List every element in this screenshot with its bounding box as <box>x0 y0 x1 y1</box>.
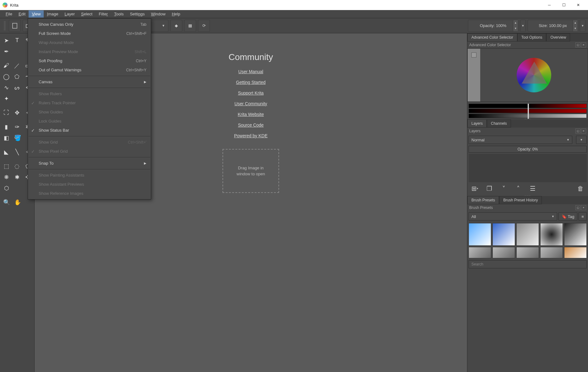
layer-opacity-slider[interactable]: Opacity: 0% <box>469 146 587 153</box>
tool-smart-fill[interactable]: ◧ <box>1 133 12 143</box>
brush-preset-item[interactable] <box>516 223 539 246</box>
reload-preset-button[interactable]: ⟳ <box>198 20 210 32</box>
size-more-button[interactable]: ▼ <box>580 20 585 32</box>
add-layer-button[interactable]: ⊞▾ <box>470 184 479 193</box>
menu-file[interactable]: File <box>3 10 15 18</box>
tool-gradient-fill[interactable]: ▮ <box>1 122 11 132</box>
tab-tool-options[interactable]: Tool Options <box>517 33 547 41</box>
tool-brush[interactable]: 🖌 <box>1 60 11 71</box>
tool-select-rect[interactable]: ⬚ <box>1 161 11 171</box>
spin-up-icon[interactable]: ▲ <box>513 20 518 26</box>
color-slider-3[interactable] <box>469 114 587 118</box>
layer-properties-button[interactable]: ☰ <box>528 184 537 193</box>
brush-preset-item[interactable] <box>540 247 563 258</box>
link-source-code[interactable]: Source Code <box>223 123 279 128</box>
view-menu-item[interactable]: ✓Show Status Bar <box>28 126 151 135</box>
brush-view-mode-button[interactable]: ≡ <box>579 212 587 221</box>
tool-line[interactable]: ／ <box>12 60 22 71</box>
link-user-community[interactable]: User Community <box>223 101 279 106</box>
color-settings-icon[interactable] <box>471 52 476 57</box>
brush-preset-item[interactable] <box>469 247 491 258</box>
tool-zoom[interactable]: 🔍 <box>1 197 12 207</box>
menu-image[interactable]: Image <box>44 10 61 18</box>
panel-close-button[interactable]: ✕ <box>581 205 586 210</box>
tool-pointer[interactable]: ➤ <box>1 35 11 46</box>
brush-preset-item[interactable] <box>492 247 515 258</box>
tool-select-bezier[interactable]: ⬡ <box>1 183 12 193</box>
spin-down-icon[interactable]: ▼ <box>513 26 518 31</box>
eraser-mode-button[interactable]: ◆ <box>170 20 182 32</box>
opacity-more-button[interactable]: ▼ <box>520 20 526 32</box>
tool-bezier[interactable]: ∿ <box>1 82 11 93</box>
brush-preset-item[interactable] <box>469 223 491 246</box>
tool-select-free[interactable]: ❋ <box>1 172 11 182</box>
color-slider-1[interactable] <box>469 104 587 108</box>
tool-polygon[interactable]: ⬠ <box>12 71 22 82</box>
window-maximize-button[interactable]: ☐ <box>557 0 571 10</box>
menu-window[interactable]: Window <box>148 10 168 18</box>
tool-move[interactable]: ✥ <box>12 107 22 118</box>
layer-down-button[interactable]: ˅ <box>499 184 508 193</box>
menu-layer[interactable]: Layer <box>61 10 78 18</box>
window-minimize-button[interactable]: ─ <box>542 0 557 10</box>
view-menu-item[interactable]: Show Canvas OnlyTab <box>28 20 151 29</box>
color-slider-2[interactable] <box>469 109 587 113</box>
brush-search-input[interactable]: Search <box>469 260 587 268</box>
panel-float-button[interactable]: ◱ <box>575 42 580 47</box>
link-user-manual[interactable]: User Manual <box>223 69 279 74</box>
menu-filter[interactable]: Filter <box>96 10 111 18</box>
color-wheel[interactable] <box>480 49 588 101</box>
tool-transform[interactable]: ⛶ <box>1 107 11 118</box>
menu-view[interactable]: View <box>29 10 44 18</box>
brush-preset-item[interactable] <box>516 247 539 258</box>
panel-float-button[interactable]: ◱ <box>575 129 580 134</box>
link-krita-website[interactable]: Krita Website <box>223 112 279 117</box>
tool-multibrush[interactable]: ✦ <box>1 93 12 104</box>
view-menu-item[interactable]: Full Screen ModeCtrl+Shift+F <box>28 29 151 38</box>
spin-down-icon[interactable]: ▼ <box>573 26 578 31</box>
link-powered-by-kde[interactable]: Powered by KDE <box>223 133 279 138</box>
brush-size-spinbox[interactable]: Size: 100.00 px▲▼ <box>528 20 578 32</box>
tab-overview[interactable]: Overview <box>546 33 570 41</box>
brush-preset-item[interactable] <box>564 247 587 258</box>
advanced-color-selector[interactable] <box>467 48 588 102</box>
layer-blend-combo[interactable]: Normal▼ <box>469 136 572 144</box>
tool-freehand-path[interactable]: ᔕ <box>12 82 22 93</box>
layer-list[interactable] <box>469 154 587 182</box>
tool-color-picker[interactable]: ✑ <box>12 122 22 132</box>
tool-text[interactable]: T <box>12 35 22 46</box>
window-close-button[interactable]: ✕ <box>571 0 585 10</box>
tab-advanced-color-selector[interactable]: Advanced Color Selector <box>467 33 517 41</box>
tool-fill[interactable]: 🪣 <box>12 133 23 143</box>
link-getting-started[interactable]: Getting Started <box>223 80 279 85</box>
layer-filter-combo[interactable]: ▼ <box>576 136 587 144</box>
brush-preset-item[interactable] <box>540 223 563 246</box>
tool-measure[interactable]: ╲ <box>12 147 22 157</box>
menu-edit[interactable]: Edit <box>15 10 29 18</box>
brush-tag-button[interactable]: 🔖Tag <box>558 212 577 221</box>
tool-pan[interactable]: ✋ <box>12 197 23 207</box>
brush-preset-item[interactable] <box>492 223 515 246</box>
tool-ellipse[interactable]: ◯ <box>1 71 11 82</box>
view-menu-item[interactable]: Soft ProofingCtrl+Y <box>28 56 151 65</box>
view-menu-item[interactable]: Out of Gamut WarningsCtrl+Shift+Y <box>28 65 151 74</box>
menu-select[interactable]: Select <box>78 10 96 18</box>
menu-help[interactable]: Help <box>169 10 184 18</box>
new-document-button[interactable] <box>9 20 21 32</box>
panel-close-button[interactable]: ✕ <box>581 129 586 134</box>
toolbar-grip-icon[interactable] <box>4 21 6 30</box>
panel-float-button[interactable]: ◱ <box>575 205 580 210</box>
alpha-lock-button[interactable]: ▩ <box>184 20 196 32</box>
menu-tools[interactable]: Tools <box>111 10 127 18</box>
tab-channels[interactable]: Channels <box>487 119 511 128</box>
color-history-column[interactable] <box>468 49 480 101</box>
brush-tag-filter-combo[interactable]: All▼ <box>469 212 557 221</box>
tool-assistant[interactable]: ◣ <box>1 147 11 157</box>
link-support-krita[interactable]: Support Krita <box>223 90 279 96</box>
tool-select-ellipse[interactable]: ◌ <box>12 161 22 171</box>
delete-layer-button[interactable]: 🗑 <box>576 184 585 193</box>
tool-select-contiguous[interactable]: ✱ <box>12 172 22 182</box>
layer-up-button[interactable]: ˄ <box>514 184 523 193</box>
tool-calligraphy[interactable]: ✒ <box>1 46 12 57</box>
tab-brush-preset-history[interactable]: Brush Preset History <box>499 196 542 204</box>
